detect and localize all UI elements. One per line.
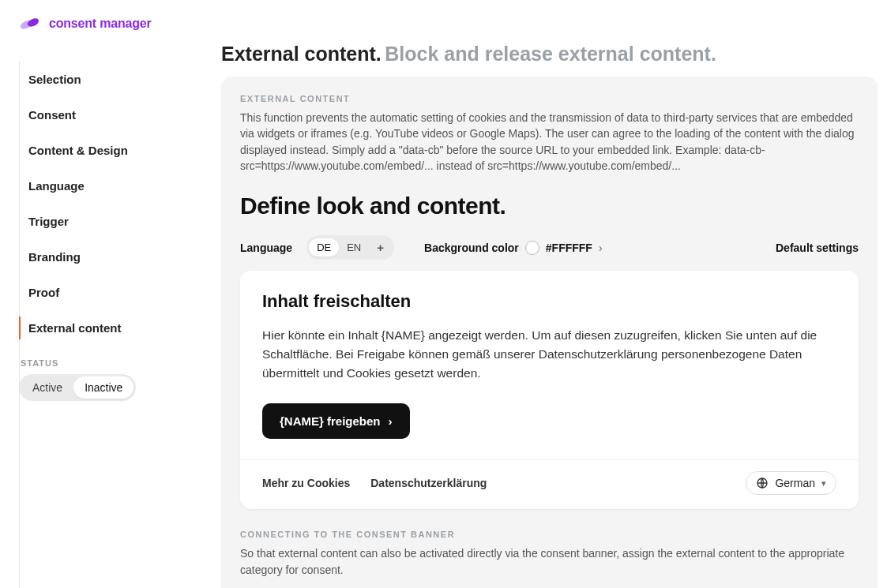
sidebar-item-content-design[interactable]: Content & Design	[19, 133, 221, 168]
sidebar-status-label: STATUS	[21, 358, 221, 368]
define-look-heading: Define look and content.	[240, 193, 859, 219]
background-color-control[interactable]: Background color #FFFFFF ›	[424, 241, 603, 255]
brand-name: consent manager	[49, 17, 152, 31]
chevron-right-icon: ›	[599, 242, 603, 254]
globe-icon	[756, 477, 769, 489]
look-controls-row: Language DE EN + Background color #FFFFF…	[240, 235, 859, 260]
status-option-inactive[interactable]: Inactive	[73, 376, 133, 399]
language-control-label: Language	[240, 242, 292, 254]
sidebar-item-proof[interactable]: Proof	[19, 275, 221, 310]
settings-panel: EXTERNAL CONTENT This function prevents …	[221, 77, 878, 588]
sidebar-item-external-content[interactable]: External content	[19, 310, 221, 346]
page-subtitle: Block and release external content.	[385, 43, 716, 65]
language-add-button[interactable]: +	[369, 238, 392, 257]
background-color-swatch	[525, 241, 539, 255]
consent-preview-card: Inhalt freischalten Hier könnte ein Inha…	[240, 271, 859, 509]
preview-title: Inhalt freischalten	[262, 291, 836, 312]
language-option-de[interactable]: DE	[309, 238, 339, 257]
preview-language-dropdown[interactable]: German ▾	[746, 471, 836, 495]
connecting-banner-label: CONNECTING TO THE CONSENT BANNER	[240, 530, 859, 539]
language-option-en[interactable]: EN	[339, 238, 369, 257]
background-color-label: Background color	[424, 242, 519, 254]
main-content: External content. Block and release exte…	[221, 36, 887, 588]
preview-divider	[240, 459, 859, 460]
brand-header: consent manager	[0, 0, 887, 36]
sidebar-item-language[interactable]: Language	[19, 168, 221, 204]
footer-link-privacy[interactable]: Datenschutzerklärung	[370, 477, 487, 489]
sidebar-nav: Selection Consent Content & Design Langu…	[19, 62, 221, 346]
preview-body-text: Hier könnte ein Inhalt {NAME} angezeigt …	[262, 326, 836, 383]
connecting-banner-desc: So that external content can also be act…	[240, 545, 859, 578]
page-title-row: External content. Block and release exte…	[221, 36, 878, 77]
preview-footer: Mehr zu Cookies Datenschutzerklärung Ger…	[262, 471, 836, 495]
section-external-content-desc: This function prevents the automatic set…	[240, 110, 859, 174]
chevron-down-icon: ▾	[821, 478, 826, 489]
background-color-value: #FFFFFF	[546, 242, 592, 254]
language-selector: DE EN +	[306, 235, 394, 260]
default-settings-link[interactable]: Default settings	[776, 242, 859, 254]
page-title: External content.	[221, 43, 381, 65]
sidebar: Selection Consent Content & Design Langu…	[0, 36, 221, 588]
preview-language-selected: German	[775, 477, 815, 489]
status-option-active[interactable]: Active	[21, 376, 73, 399]
footer-link-cookies[interactable]: Mehr zu Cookies	[262, 477, 350, 489]
sidebar-item-selection[interactable]: Selection	[19, 62, 221, 97]
section-external-content-label: EXTERNAL CONTENT	[240, 94, 859, 103]
preview-release-button[interactable]: {NAME} freigeben ›	[262, 403, 410, 439]
status-toggle: Active Inactive	[19, 374, 136, 401]
section-connecting-banner: CONNECTING TO THE CONSENT BANNER So that…	[240, 530, 859, 588]
brand-logo-icon	[19, 16, 43, 32]
preview-release-button-label: {NAME} freigeben	[280, 414, 381, 428]
chevron-right-icon: ›	[389, 414, 393, 428]
sidebar-item-branding[interactable]: Branding	[19, 239, 221, 275]
sidebar-item-trigger[interactable]: Trigger	[19, 204, 221, 239]
sidebar-item-consent[interactable]: Consent	[19, 97, 221, 133]
